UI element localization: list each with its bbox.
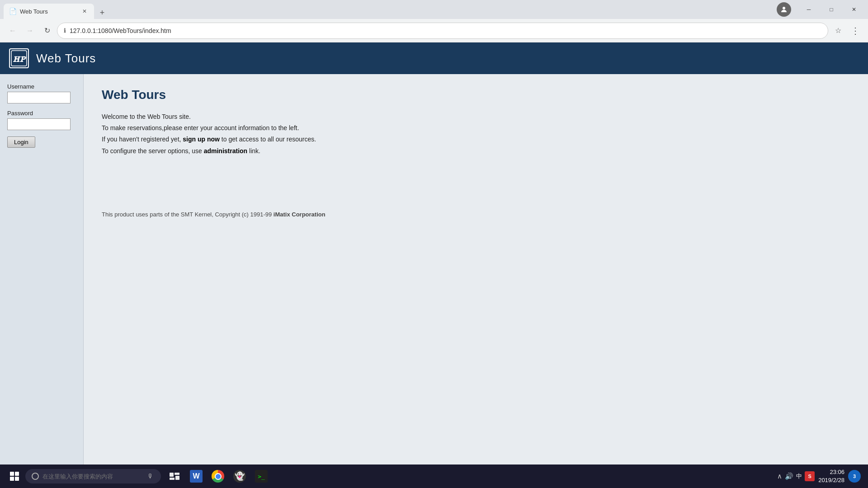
system-tray: ∧ 🔊 中 S	[777, 471, 815, 481]
terminal-app[interactable]: >_	[251, 465, 271, 488]
title-bar: 📄 Web Tours ✕ + ─ □ ✕	[0, 0, 868, 19]
copyright-text: This product uses parts of the SMT Kerne…	[102, 211, 850, 218]
wps-icon: W	[190, 470, 203, 483]
chrome-icon	[212, 470, 224, 483]
close-button[interactable]: ✕	[844, 2, 864, 17]
volume-icon[interactable]: 🔊	[785, 472, 793, 480]
taskbar-apps: W 👻 >_	[165, 465, 271, 488]
svg-rect-6	[170, 478, 175, 480]
active-tab[interactable]: 📄 Web Tours ✕	[4, 4, 94, 19]
password-input[interactable]	[7, 118, 71, 130]
maximize-button[interactable]: □	[821, 2, 842, 17]
administration-link[interactable]: administration	[204, 147, 247, 155]
tab-area: 📄 Web Tours ✕ +	[4, 0, 773, 19]
main-content-area: Web Tours Welcome to the Web Tours site.…	[84, 74, 868, 465]
tab-favicon: 📄	[9, 8, 16, 15]
notification-button[interactable]: 3	[848, 470, 861, 483]
welcome-line4-prefix: To configure the server options, use	[102, 147, 204, 155]
welcome-line3-prefix: If you haven't registered yet,	[102, 136, 183, 143]
start-button[interactable]	[4, 465, 25, 488]
taskbar-search-input[interactable]	[42, 473, 142, 480]
welcome-line3-suffix: to get access to all our resources.	[220, 136, 316, 143]
search-icon	[32, 473, 39, 480]
svg-rect-5	[175, 473, 179, 475]
user-profile-button[interactable]	[777, 2, 791, 17]
address-bar-container[interactable]: ℹ	[57, 23, 828, 39]
chevron-up-icon[interactable]: ∧	[777, 472, 782, 480]
hp-logo: ʜᴘ	[9, 48, 29, 68]
clock-time: 23:06	[818, 468, 844, 476]
svg-text:ʜᴘ: ʜᴘ	[13, 53, 27, 64]
tab-title: Web Tours	[20, 8, 77, 15]
ghost-icon: 👻	[233, 470, 246, 483]
site-header: ʜᴘ Web Tours	[0, 42, 868, 74]
new-tab-button[interactable]: +	[96, 6, 108, 19]
windows-logo	[10, 472, 19, 481]
welcome-line1: Welcome to the Web Tours site.	[102, 113, 191, 120]
reload-button[interactable]: ↻	[40, 23, 54, 38]
ghost-app[interactable]: 👻	[230, 465, 250, 488]
browser-window: 📄 Web Tours ✕ + ─ □ ✕ ← → ↻ ℹ ☆ ⋮	[0, 0, 868, 488]
forward-button[interactable]: →	[23, 23, 37, 38]
taskview-button[interactable]	[165, 465, 184, 488]
address-bar[interactable]	[70, 27, 821, 34]
svg-rect-7	[175, 476, 179, 480]
wps-tray-icon[interactable]: S	[805, 471, 815, 481]
welcome-line2: To make reservations,please enter your a…	[102, 124, 299, 131]
tab-close-button[interactable]: ✕	[80, 7, 89, 15]
bookmark-button[interactable]: ☆	[831, 23, 845, 38]
taskbar-search-bar[interactable]: 🎙	[25, 469, 161, 483]
password-label: Password	[7, 110, 76, 117]
window-controls: ─ □ ✕	[798, 2, 864, 17]
minimize-button[interactable]: ─	[798, 2, 819, 17]
back-button[interactable]: ←	[5, 23, 20, 38]
username-label: Username	[7, 83, 76, 90]
signup-link[interactable]: sign up now	[183, 136, 220, 143]
welcome-text: Welcome to the Web Tours site. To make r…	[102, 111, 850, 157]
site-title: Web Tours	[36, 52, 96, 66]
welcome-line4-suffix: link.	[247, 147, 260, 155]
taskbar-right: ∧ 🔊 中 S 23:06 2019/2/28 3	[777, 468, 864, 484]
svg-rect-4	[170, 473, 174, 477]
more-options-button[interactable]: ⋮	[848, 23, 863, 38]
main-layout: Username Password Login Web Tours Welcom…	[0, 74, 868, 465]
page-content: ʜᴘ Web Tours Username Password Login Web…	[0, 42, 868, 465]
navigation-bar: ← → ↻ ℹ ☆ ⋮	[0, 19, 868, 42]
sidebar: Username Password Login	[0, 74, 84, 465]
login-button[interactable]: Login	[7, 136, 35, 148]
page-title: Web Tours	[102, 88, 850, 102]
wps-app[interactable]: W	[186, 465, 206, 488]
svg-point-0	[783, 7, 785, 9]
chrome-app[interactable]	[208, 465, 228, 488]
copyright-company: iMatix Corporation	[274, 211, 326, 218]
terminal-icon: >_	[255, 470, 268, 483]
notification-count: 3	[853, 474, 856, 479]
clock-date: 2019/2/28	[818, 476, 844, 484]
taskbar: 🎙 W 👻 >_	[0, 465, 868, 488]
ime-zh-indicator[interactable]: 中	[796, 472, 802, 480]
microphone-icon[interactable]: 🎙	[147, 473, 154, 480]
address-info-icon: ℹ	[64, 27, 66, 34]
system-clock[interactable]: 23:06 2019/2/28	[818, 468, 844, 484]
username-input[interactable]	[7, 92, 71, 103]
